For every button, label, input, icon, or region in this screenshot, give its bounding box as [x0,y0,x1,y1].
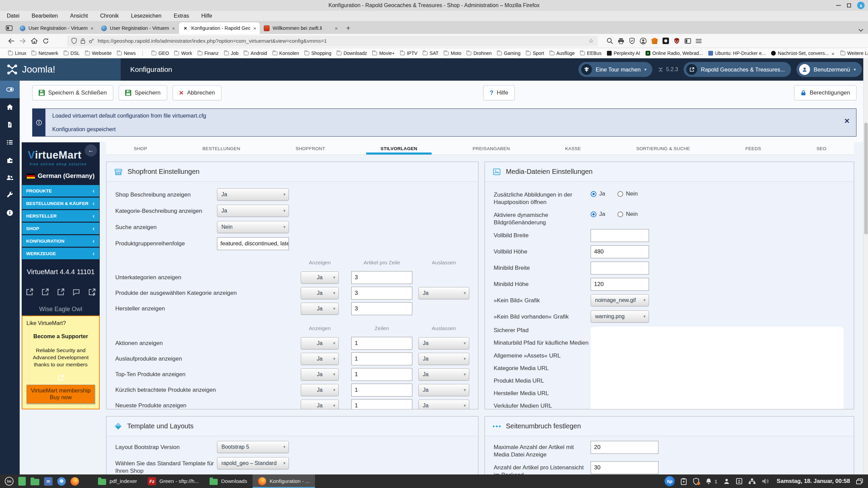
back-icon[interactable] [5,36,17,46]
bookmark[interactable]: Ubuntu: HP-Drucker e... [706,50,768,56]
bookmark[interactable]: SAT [420,50,441,56]
mint-menu-icon[interactable]: lm [5,477,14,486]
bookmark[interactable]: Android [241,50,270,56]
vm-menu-item[interactable]: PRODUKTE ‹ [22,185,99,197]
search-icon[interactable] [607,38,613,44]
bookmark[interactable]: Finanz [195,50,221,56]
browser-tab[interactable]: User Registration - Virtuema × [98,22,178,34]
show-select[interactable]: Ja [301,271,339,284]
bookmark[interactable]: Drohnen [464,50,494,56]
radio-yes[interactable]: Ja [591,190,605,197]
menu-item[interactable]: Bearbeiten [32,13,58,19]
tab-close-icon[interactable]: × [335,25,338,31]
page-scrollbar[interactable] [863,58,868,474]
bookmark[interactable]: IPTV [397,50,420,56]
omit-select[interactable]: Ja [418,353,469,365]
bookmark[interactable]: Gaming [494,50,523,56]
shield-external-icon[interactable] [41,288,49,296]
menu-item[interactable]: Lesezeichen [131,13,161,19]
menu-item[interactable]: Chronik [100,13,119,19]
user-tray-icon[interactable] [723,478,730,485]
copy-external-icon[interactable] [57,288,65,296]
printer-icon[interactable] [618,38,624,44]
show-select[interactable]: Ja [301,287,339,299]
per-row-input[interactable]: 3 [351,287,412,300]
sidebar-toggle-icon[interactable] [685,38,691,44]
lock-icon[interactable] [80,38,85,44]
show-select[interactable]: Ja [301,400,339,409]
rows-input[interactable]: 1 [351,399,412,409]
shield-tray-icon[interactable] [693,478,699,485]
network-icon[interactable] [748,478,756,485]
menu-item[interactable]: Datei [7,13,19,19]
bookmark[interactable]: GEO [149,50,172,56]
per-row-input[interactable]: 3 [351,271,412,284]
notifications-bell-icon[interactable] [705,478,712,485]
config-tab[interactable]: KASSE [551,142,595,155]
reload-icon[interactable] [40,36,52,46]
bookmark[interactable]: Downloadz [334,50,370,56]
cancel-button[interactable]: ✕ Abbrechen [173,85,221,100]
new-tab-button[interactable]: + [343,23,353,33]
bookmark[interactable]: Konsolen [270,50,302,56]
account-icon[interactable] [640,38,647,44]
bookmark[interactable]: Moto [441,50,464,56]
vm-menu-item[interactable]: KONFIGURATION ‹ [22,235,99,247]
bookmark[interactable]: Netzwerk [29,50,61,56]
tab-close-icon[interactable]: × [172,25,175,31]
firefox-view-icon[interactable] [4,23,14,33]
forward-icon[interactable] [17,36,28,46]
tab-close-icon[interactable]: × [253,25,256,31]
bookmark[interactable]: Online Radio, Webrad... [643,50,706,56]
image-select[interactable]: noimage_new.gif [591,294,649,306]
bookmark[interactable]: Nachrüst-Set, convers... [768,50,831,56]
vm-menu-item[interactable]: HERSTELLER ‹ [22,210,99,222]
config-tab[interactable]: SHOP [120,142,161,155]
count-input[interactable]: 20 [591,441,658,454]
bookmark[interactable]: Work [172,50,195,56]
firefox-icon[interactable] [71,477,79,486]
window-list-icon[interactable] [856,478,863,485]
menu-item[interactable]: Hilfe [201,13,212,19]
taskbar-window-button[interactable]: Konfiguration - ... [253,474,315,488]
bookmark[interactable]: Movie+ [370,50,397,56]
config-tab[interactable]: FEEDS [731,142,775,155]
save-close-button[interactable]: Speichern & Schließen [32,85,113,100]
removable-media-icon[interactable] [736,478,743,485]
omit-select[interactable]: Ja [418,384,469,396]
metamask-icon[interactable] [651,38,658,44]
save-button[interactable]: Speichern [119,85,167,100]
extension-dark-icon[interactable] [663,38,669,44]
bookmark[interactable]: Perplexity AI [604,50,643,56]
bookmark-star-icon[interactable]: ☆ [589,37,594,44]
hp-tray-icon[interactable]: hp [665,476,675,486]
help-button[interactable]: ? Hilfe [483,85,515,100]
config-tab[interactable]: SORTIERUNG & SUCHE [622,142,704,155]
setting-select[interactable]: Nein [217,221,289,233]
config-tab[interactable]: PREISANGABEN [458,142,524,155]
bookmark[interactable]: Job [221,50,241,56]
rows-input[interactable]: 1 [351,368,412,381]
omit-select[interactable]: Ja [418,368,469,381]
rows-input[interactable]: 1 [351,384,412,396]
rail-home-icon[interactable] [0,98,20,116]
bookmark[interactable]: Sport [523,50,547,56]
taskbar-window-button[interactable]: pdf_indexer [93,474,142,488]
rail-users-icon[interactable] [0,169,20,186]
app-menu-icon[interactable] [696,39,702,43]
file-manager-icon[interactable] [31,479,39,485]
vm-menu-item[interactable]: BESTELLUNGEN & KÄUFER ‹ [22,198,99,209]
bookmark[interactable]: DSL [61,50,82,56]
user-menu-button[interactable]: Benutzermenü ▾ [796,62,862,77]
mail-icon[interactable]: ✉ [44,477,53,486]
membership-buy-button[interactable]: VirtueMart membership Buy now [26,385,95,404]
show-select[interactable]: Ja [301,337,339,349]
template-select[interactable]: Bootstrap 5 [217,441,289,453]
rail-wrench-icon[interactable] [0,186,20,204]
taskbar-clock[interactable]: Samstag, 18. Januar, 00:58 [777,478,850,485]
radio-no[interactable]: Nein [617,211,638,218]
site-link-button[interactable]: Rapold Geocaches & Treasures... [684,62,791,77]
show-select[interactable]: Ja [301,368,339,381]
bookmarks-more[interactable]: Weitere Lesezeichen [838,50,868,56]
vm-menu-item[interactable]: WERKZEUGE ‹ [22,248,99,259]
